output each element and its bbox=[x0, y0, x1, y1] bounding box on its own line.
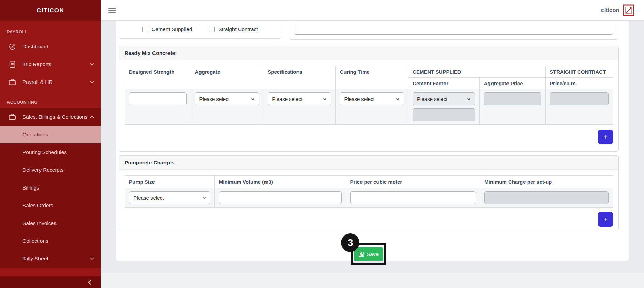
briefcase-icon bbox=[8, 78, 16, 86]
sidebar-item-billings[interactable]: Billings bbox=[0, 179, 101, 197]
col-cement-factor: Cement Factor bbox=[408, 78, 480, 89]
checkbox-icon[interactable] bbox=[142, 27, 148, 32]
col-aggregate-price: Aggregate Price bbox=[480, 78, 546, 89]
chevron-down-icon bbox=[90, 257, 94, 260]
col-price-cum: Price/cu.m. bbox=[546, 78, 613, 89]
col-group-straight-contract: STRAIGHT CONTRACT bbox=[546, 66, 613, 78]
contract-type-card: Cement Supplied Straight Contract bbox=[119, 21, 281, 39]
col-aggregate: Aggregate bbox=[191, 66, 263, 89]
chevron-down-icon bbox=[90, 63, 94, 66]
price-per-cum-input bbox=[550, 92, 609, 105]
chevron-left-icon bbox=[88, 279, 91, 285]
sidebar-group-sales-billings: Sales, Billings & Collections Quotations… bbox=[0, 108, 101, 268]
annotation-step-badge: 3 bbox=[341, 233, 359, 252]
save-button[interactable]: Save bbox=[354, 247, 383, 261]
sidebar-item-label: Sales, Billings & Collections bbox=[22, 114, 87, 120]
aggregate-select[interactable]: Please select bbox=[195, 92, 259, 105]
ready-mix-add-row-button[interactable]: + bbox=[598, 130, 613, 144]
chevron-down-icon bbox=[467, 98, 471, 100]
topbar-brand-text: citicon bbox=[601, 7, 619, 14]
col-price-per-cubic-meter: Price per cubic meter bbox=[346, 176, 480, 188]
col-minimum-charge: Minimum Charge per set-up bbox=[480, 176, 613, 188]
chevron-down-icon bbox=[396, 98, 400, 100]
minimum-volume-input[interactable] bbox=[219, 191, 342, 204]
aggregate-price-input bbox=[484, 92, 541, 105]
curing-time-select[interactable]: Please select bbox=[340, 92, 404, 105]
notes-textarea[interactable] bbox=[294, 21, 613, 35]
cement-factor-select[interactable]: Please select bbox=[413, 92, 475, 105]
chevron-down-icon bbox=[251, 98, 255, 100]
sidebar-item-quotations[interactable]: Quotations bbox=[0, 126, 101, 143]
sidebar-brand: CITICON bbox=[0, 0, 101, 21]
sidebar-item-tally-sheet[interactable]: Tally Sheet bbox=[0, 250, 101, 268]
sidebar-collapse-button[interactable] bbox=[0, 276, 101, 288]
sidebar-item-sales-orders[interactable]: Sales Orders bbox=[0, 197, 101, 214]
page-content: Cement Supplied Straight Contract Ready … bbox=[101, 21, 644, 273]
topbar-brand[interactable]: citicon bbox=[601, 4, 634, 16]
section-label-accounting: ACCOUNTING bbox=[0, 91, 101, 108]
quotation-form-card: Cement Supplied Straight Contract Ready … bbox=[116, 21, 629, 261]
col-curing-time: Curing Time bbox=[336, 66, 408, 89]
save-button-label: Save bbox=[367, 251, 379, 257]
ready-mix-row: Please select Please select bbox=[125, 89, 613, 125]
briefcase-icon bbox=[8, 113, 16, 121]
sidebar-item-collections[interactable]: Collections bbox=[0, 232, 101, 250]
specifications-select[interactable]: Please select bbox=[268, 92, 331, 105]
col-specifications: Specifications bbox=[263, 66, 336, 89]
main-area: citicon Ce bbox=[101, 0, 644, 288]
pumpcrete-charges-card: Pumpcrete Charges: Pump Size Minimum Vol… bbox=[119, 155, 619, 230]
page-footer bbox=[101, 273, 644, 288]
pumpcrete-row: Please select bbox=[125, 188, 613, 208]
chevron-down-icon bbox=[90, 81, 94, 84]
sidebar-item-label: Trip Reports bbox=[22, 61, 51, 67]
price-per-cubic-meter-input[interactable] bbox=[350, 191, 476, 204]
ready-mix-concrete-card: Ready Mix Concrete: Designed Strength Ag… bbox=[119, 46, 619, 152]
chevron-down-icon bbox=[202, 197, 206, 199]
sidebar-item-label: Dashboard bbox=[22, 44, 48, 50]
col-pump-size: Pump Size bbox=[125, 176, 215, 188]
ready-mix-title: Ready Mix Concrete: bbox=[119, 46, 618, 60]
cement-supplied-checkbox[interactable]: Cement Supplied bbox=[142, 26, 192, 32]
sidebar-item-payroll-hr[interactable]: Payroll & HR bbox=[0, 73, 101, 91]
designed-strength-input[interactable] bbox=[129, 92, 187, 105]
pump-size-select[interactable]: Please select bbox=[129, 191, 210, 204]
col-group-cement-supplied: CEMENT SUPPLIED bbox=[408, 66, 546, 78]
document-icon bbox=[8, 60, 16, 69]
pumpcrete-add-row-button[interactable]: + bbox=[598, 212, 613, 227]
app-window: CITICON PAYROLL Dashboard Trip Reports bbox=[0, 0, 644, 288]
section-label-payroll: PAYROLL bbox=[0, 21, 101, 38]
pumpcrete-title: Pumpcrete Charges: bbox=[119, 156, 618, 170]
col-designed-strength: Designed Strength bbox=[125, 66, 191, 89]
checkbox-label: Cement Supplied bbox=[151, 26, 192, 32]
col-minimum-volume: Minimum Volume (m3) bbox=[214, 176, 346, 188]
speedometer-icon bbox=[8, 43, 16, 51]
ready-mix-table: Designed Strength Aggregate Specificatio… bbox=[125, 66, 613, 125]
pumpcrete-table: Pump Size Minimum Volume (m3) Price per … bbox=[125, 175, 613, 208]
sidebar-item-dashboard[interactable]: Dashboard bbox=[0, 38, 101, 56]
sidebar-item-sales-invoices[interactable]: Sales Invoices bbox=[0, 214, 101, 232]
top-bar: citicon bbox=[101, 0, 644, 21]
citicon-logo-icon bbox=[623, 4, 634, 16]
sidebar-item-delivery-receipts[interactable]: Delivery Receipts bbox=[0, 161, 101, 179]
sidebar-item-pouring-schedules[interactable]: Pouring Schedules bbox=[0, 143, 101, 161]
sidebar: CITICON PAYROLL Dashboard Trip Reports bbox=[0, 0, 101, 288]
chevron-up-icon bbox=[90, 116, 94, 118]
cement-factor-value-input bbox=[413, 108, 475, 121]
sidebar-item-label: Payroll & HR bbox=[22, 79, 53, 85]
chevron-down-icon bbox=[323, 98, 327, 100]
save-floppy-icon bbox=[358, 251, 364, 257]
hamburger-menu-icon[interactable] bbox=[108, 8, 116, 13]
straight-contract-checkbox[interactable]: Straight Contract bbox=[209, 26, 258, 32]
sidebar-item-trip-reports[interactable]: Trip Reports bbox=[0, 56, 101, 73]
minimum-charge-input bbox=[484, 191, 609, 204]
checkbox-label: Straight Contract bbox=[218, 26, 258, 32]
sidebar-item-label: Tally Sheet bbox=[22, 256, 48, 262]
sidebar-item-sales-billings-collections[interactable]: Sales, Billings & Collections bbox=[0, 108, 101, 126]
notes-card bbox=[289, 21, 618, 40]
checkbox-icon[interactable] bbox=[209, 27, 215, 32]
